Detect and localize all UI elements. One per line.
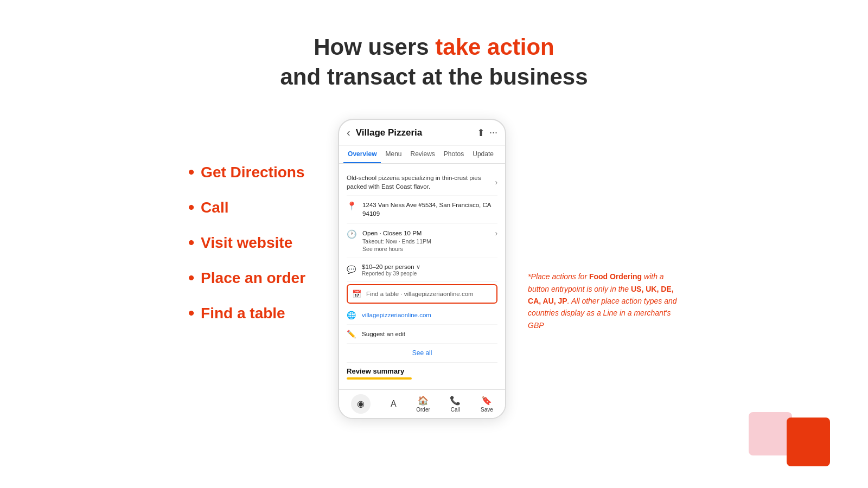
back-icon[interactable]: ‹ — [347, 126, 350, 139]
tab-reviews[interactable]: Reviews — [406, 146, 439, 163]
tab-update[interactable]: Update — [468, 146, 498, 163]
order-icon: 🏠 — [418, 395, 429, 406]
hours-sub: Takeout: Now · Ends 11PM — [362, 238, 431, 245]
a-btn[interactable]: A — [391, 399, 397, 409]
action-list: Get Directions Call Visit website Place … — [188, 162, 305, 323]
website-text: villagepizzeriaonline.com — [362, 312, 431, 318]
phone-topbar: ‹ Village Pizzeria ⬆ ··· — [339, 120, 505, 146]
description-text: Old-school pizzeria specializing in thin… — [347, 174, 495, 191]
list-item-website: Visit website — [188, 233, 305, 253]
call-btn-label: Call — [451, 407, 460, 413]
address-row: 📍 1243 Van Ness Ave #5534, San Francisco… — [347, 196, 497, 223]
find-table-text: Find a table · villagepizzeriaonline.com — [366, 291, 474, 297]
globe-icon: 🌐 — [347, 311, 356, 319]
table-label: Find a table — [201, 305, 285, 322]
list-item-table: Find a table — [188, 303, 305, 323]
note-text: *Place actions for Food Ordering with a … — [528, 271, 680, 331]
see-all-text: See all — [412, 349, 432, 357]
save-icon: 🔖 — [481, 395, 492, 406]
description-row[interactable]: Old-school pizzeria specializing in thin… — [347, 169, 497, 196]
title-normal: How users — [314, 34, 435, 60]
find-table-label: Find a table · — [366, 291, 404, 297]
more-icon[interactable]: ··· — [489, 127, 497, 138]
order-label: Place an order — [201, 269, 305, 287]
phone-nav-tabs: Overview Menu Reviews Photos Update — [339, 146, 505, 164]
see-all-row[interactable]: See all — [347, 344, 497, 363]
call-icon: 📞 — [450, 395, 461, 406]
right-note: *Place actions for Food Ordering with a … — [528, 119, 680, 331]
clock-icon: 🕐 — [347, 229, 357, 239]
share-icon[interactable]: ⬆ — [477, 127, 485, 139]
reported-text: Reported by 39 people — [362, 271, 497, 277]
price-icon: 💬 — [347, 265, 356, 274]
deco-pink-shape — [749, 412, 792, 455]
call-label: Call — [201, 199, 228, 216]
price-dropdown-icon[interactable]: ∨ — [416, 264, 420, 270]
find-table-row[interactable]: 📅 Find a table · villagepizzeriaonline.c… — [347, 284, 497, 304]
review-title: Review summary — [347, 367, 497, 375]
edit-icon: ✏️ — [347, 330, 356, 338]
directions-label: Get Directions — [201, 164, 304, 181]
title-line2: and transact at the business — [280, 64, 588, 89]
calendar-icon: 📅 — [352, 290, 362, 298]
address-content: 1243 Van Ness Ave #5534, San Francisco, … — [362, 201, 497, 218]
phone-bottombar: ◉ A 🏠 Order 📞 Call 🔖 Save — [339, 389, 505, 418]
desc-chevron-icon: › — [495, 178, 497, 187]
hours-main: Open · Closes 10 PM — [362, 230, 422, 236]
order-btn[interactable]: 🏠 Order — [416, 395, 430, 413]
edit-text: Suggest an edit — [362, 331, 405, 337]
bullet-list-section: Get Directions Call Visit website Place … — [188, 119, 316, 338]
list-item-directions: Get Directions — [188, 162, 305, 182]
price-row: 💬 $10–20 per person ∨ Reported by 39 peo… — [347, 258, 497, 282]
main-content: Get Directions Call Visit website Place … — [0, 108, 868, 419]
tab-menu[interactable]: Menu — [381, 146, 406, 163]
compass-icon: ◉ — [357, 399, 365, 409]
note-before: *Place actions for — [528, 272, 589, 281]
hours-chevron-icon: › — [495, 229, 497, 237]
edit-row[interactable]: ✏️ Suggest an edit — [347, 325, 497, 344]
deco-red-shape — [787, 418, 830, 466]
note-bold1: Food Ordering — [589, 272, 642, 281]
order-label: Order — [416, 407, 430, 413]
tab-overview[interactable]: Overview — [343, 146, 381, 163]
address-text: 1243 Van Ness Ave #5534, San Francisco, … — [362, 202, 491, 217]
phone-mockup: ‹ Village Pizzeria ⬆ ··· Overview Menu R… — [338, 119, 506, 419]
hours-content: Open · Closes 10 PM Takeout: Now · Ends … — [362, 229, 489, 253]
phone-body: Old-school pizzeria specializing in thin… — [339, 164, 505, 389]
rating-bar — [347, 377, 412, 380]
slide-header: How users take action and transact at th… — [0, 0, 868, 108]
call-btn[interactable]: 📞 Call — [450, 395, 461, 413]
review-section: Review summary — [347, 363, 497, 384]
list-item-order: Place an order — [188, 268, 305, 288]
a-icon: A — [391, 399, 397, 409]
website-label: Visit website — [201, 234, 292, 252]
hours-row[interactable]: 🕐 Open · Closes 10 PM Takeout: Now · End… — [347, 224, 497, 258]
save-btn[interactable]: 🔖 Save — [481, 395, 493, 413]
phone-title: Village Pizzeria — [356, 127, 473, 138]
compass-btn[interactable]: ◉ — [351, 394, 371, 414]
website-row[interactable]: 🌐 villagepizzeriaonline.com — [347, 306, 497, 325]
save-label: Save — [481, 407, 493, 413]
title-accent: take action — [435, 34, 554, 60]
phone-mockup-wrapper: ‹ Village Pizzeria ⬆ ··· Overview Menu R… — [338, 119, 506, 419]
tab-photos[interactable]: Photos — [439, 146, 468, 163]
price-content: $10–20 per person ∨ Reported by 39 peopl… — [362, 263, 497, 277]
location-icon: 📍 — [347, 201, 357, 211]
slide-title: How users take action and transact at th… — [0, 33, 868, 92]
list-item-call: Call — [188, 197, 305, 217]
price-text: $10–20 per person — [362, 264, 414, 270]
find-table-url: villagepizzeriaonline.com — [404, 291, 474, 297]
hours-more: See more hours — [362, 246, 403, 252]
